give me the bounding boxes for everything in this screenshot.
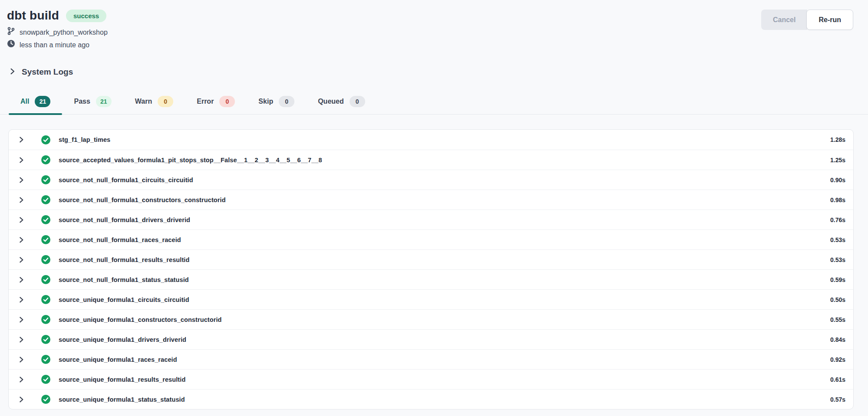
- run-actions: Cancel Re-run: [761, 10, 853, 30]
- result-duration: 0.50s: [830, 296, 845, 303]
- results-panel: stg_f1_lap_times 1.28s source_accepted_v…: [8, 129, 854, 409]
- result-row[interactable]: stg_f1_lap_times 1.28s: [9, 130, 853, 150]
- tab-count-badge: 21: [35, 96, 50, 107]
- result-name: source_unique_formula1_races_raceid: [59, 356, 177, 363]
- tab-error[interactable]: Error 0: [185, 96, 247, 114]
- success-check-icon: [41, 335, 50, 344]
- result-row[interactable]: source_unique_formula1_status_statusid 0…: [9, 389, 853, 409]
- tab-skip[interactable]: Skip 0: [247, 96, 306, 114]
- result-duration: 1.25s: [830, 157, 845, 164]
- clock-icon: [7, 39, 15, 51]
- result-duration: 0.53s: [830, 256, 845, 263]
- result-row[interactable]: source_accepted_values_formula1_pit_stop…: [9, 150, 853, 170]
- expand-chevron-icon[interactable]: [15, 333, 28, 346]
- cancel-button[interactable]: Cancel: [761, 10, 807, 30]
- result-duration: 0.59s: [830, 276, 845, 283]
- result-name: source_unique_formula1_status_statusid: [59, 396, 185, 403]
- success-check-icon: [41, 315, 50, 324]
- tab-count-badge: 0: [279, 96, 294, 107]
- result-name: source_not_null_formula1_status_statusid: [59, 276, 189, 283]
- branch-row: snowpark_python_workshop: [7, 27, 108, 38]
- tab-count-badge: 0: [350, 96, 365, 107]
- expand-chevron-icon[interactable]: [15, 233, 28, 246]
- expand-chevron-icon[interactable]: [15, 353, 28, 366]
- result-name: source_not_null_formula1_constructors_co…: [59, 197, 226, 203]
- run-meta: snowpark_python_workshop less than a min…: [7, 27, 108, 51]
- result-row[interactable]: source_not_null_formula1_circuits_circui…: [9, 170, 853, 190]
- result-name: source_not_null_formula1_races_raceid: [59, 236, 181, 243]
- tab-label: Skip: [258, 98, 273, 105]
- tab-label: All: [20, 98, 29, 105]
- header-left: dbt build success snowpark_python_wo: [7, 9, 108, 51]
- success-check-icon: [41, 295, 50, 304]
- result-name: source_accepted_values_formula1_pit_stop…: [59, 157, 322, 164]
- result-name: source_not_null_formula1_circuits_circui…: [59, 177, 193, 183]
- tab-warn[interactable]: Warn 0: [123, 96, 185, 114]
- page-title: dbt build: [7, 9, 59, 23]
- expand-chevron-icon[interactable]: [15, 393, 28, 406]
- tab-label: Pass: [74, 98, 90, 105]
- title-row: dbt build success: [7, 9, 108, 23]
- expand-chevron-icon[interactable]: [15, 293, 28, 306]
- result-duration: 0.92s: [830, 356, 845, 363]
- branch-name: snowpark_python_workshop: [20, 27, 108, 38]
- result-duration: 1.28s: [830, 136, 845, 143]
- tab-pass[interactable]: Pass 21: [62, 96, 123, 114]
- result-row[interactable]: source_unique_formula1_races_raceid 0.92…: [9, 349, 853, 369]
- result-duration: 0.53s: [830, 236, 845, 243]
- expand-chevron-icon[interactable]: [15, 273, 28, 286]
- tab-count-badge: 21: [96, 96, 112, 107]
- result-row[interactable]: source_unique_formula1_circuits_circuiti…: [9, 289, 853, 309]
- expand-chevron-icon[interactable]: [15, 193, 28, 206]
- result-name: source_unique_formula1_constructors_cons…: [59, 316, 222, 323]
- result-duration: 0.55s: [830, 316, 845, 323]
- git-branch-icon: [7, 27, 15, 38]
- chevron-right-icon: [9, 68, 16, 77]
- result-duration: 0.57s: [830, 396, 845, 403]
- success-check-icon: [41, 395, 50, 404]
- result-duration: 0.61s: [830, 376, 845, 383]
- tab-queued[interactable]: Queued 0: [306, 96, 377, 114]
- result-duration: 0.98s: [830, 197, 845, 203]
- tab-label: Error: [197, 98, 214, 105]
- result-row[interactable]: source_not_null_formula1_drivers_driveri…: [9, 210, 853, 229]
- success-check-icon: [41, 175, 50, 184]
- result-name: stg_f1_lap_times: [59, 136, 110, 143]
- expand-chevron-icon[interactable]: [15, 174, 28, 187]
- result-row[interactable]: source_not_null_formula1_status_statusid…: [9, 269, 853, 289]
- result-row[interactable]: source_unique_formula1_results_resultid …: [9, 369, 853, 389]
- result-name: source_unique_formula1_results_resultid: [59, 376, 185, 383]
- result-row[interactable]: source_unique_formula1_drivers_driverid …: [9, 329, 853, 349]
- expand-chevron-icon[interactable]: [15, 154, 28, 167]
- success-check-icon: [41, 155, 50, 164]
- result-name: source_unique_formula1_circuits_circuiti…: [59, 296, 189, 303]
- result-row[interactable]: source_not_null_formula1_results_resulti…: [9, 249, 853, 269]
- expand-chevron-icon[interactable]: [15, 133, 28, 146]
- result-duration: 0.84s: [830, 336, 845, 343]
- result-row[interactable]: source_not_null_formula1_races_raceid 0.…: [9, 229, 853, 249]
- success-check-icon: [41, 215, 50, 224]
- status-badge: success: [66, 10, 106, 22]
- expand-chevron-icon[interactable]: [15, 253, 28, 266]
- system-logs-toggle[interactable]: System Logs: [9, 67, 73, 77]
- rerun-button[interactable]: Re-run: [806, 10, 853, 30]
- success-check-icon: [41, 235, 50, 244]
- tab-all[interactable]: All 21: [9, 96, 62, 114]
- success-check-icon: [41, 195, 50, 204]
- success-check-icon: [41, 255, 50, 264]
- result-duration: 0.90s: [830, 177, 845, 183]
- result-row[interactable]: source_not_null_formula1_constructors_co…: [9, 190, 853, 210]
- result-duration: 0.76s: [830, 216, 845, 223]
- header: dbt build success snowpark_python_wo: [0, 0, 868, 51]
- success-check-icon: [41, 375, 50, 384]
- expand-chevron-icon[interactable]: [15, 373, 28, 386]
- tab-count-badge: 0: [219, 96, 235, 107]
- result-row[interactable]: source_unique_formula1_constructors_cons…: [9, 309, 853, 329]
- expand-chevron-icon[interactable]: [15, 313, 28, 326]
- success-check-icon: [41, 355, 50, 364]
- result-name: source_not_null_formula1_results_resulti…: [59, 256, 189, 263]
- expand-chevron-icon[interactable]: [15, 213, 28, 226]
- tab-count-badge: 0: [158, 96, 173, 107]
- tab-label: Warn: [135, 98, 152, 105]
- result-name: source_not_null_formula1_drivers_driveri…: [59, 216, 190, 223]
